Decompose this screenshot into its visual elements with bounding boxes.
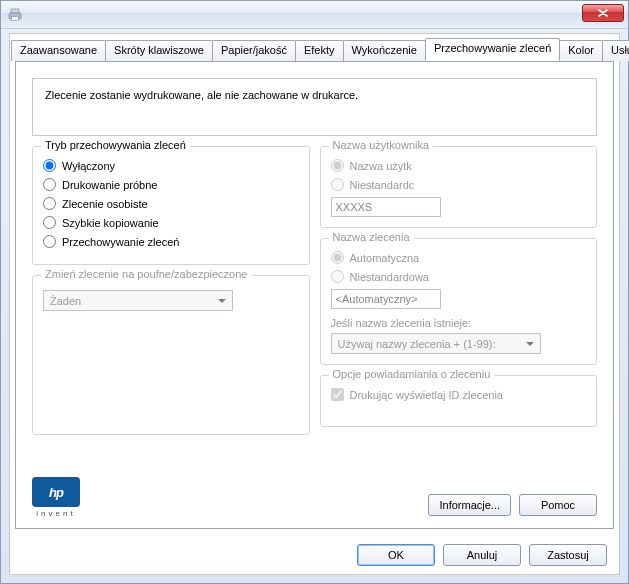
tab-shortcuts[interactable]: Skróty klawiszowe	[105, 40, 213, 61]
info-message: Zlecenie zostanie wydrukowane, ale nie z…	[32, 78, 597, 136]
group-title: Opcje powiadamiania o zleceniu	[329, 368, 495, 380]
apply-button[interactable]: Zastosuj	[529, 544, 607, 566]
radio-label: Przechowywanie zleceń	[62, 236, 179, 248]
tab-effects[interactable]: Efekty	[295, 40, 344, 61]
secure-select: Żaden	[43, 290, 233, 311]
radio-quick-copy[interactable]	[43, 216, 56, 229]
radio-username-auto	[331, 159, 344, 172]
group-notify: Opcje powiadamiania o zleceniu Drukując …	[320, 375, 598, 427]
tab-advanced[interactable]: Zaawansowane	[11, 40, 106, 61]
group-title: Zmień zlecenie na poufne/zabezpieczone	[41, 268, 251, 280]
tabstrip: Zaawansowane Skróty klawiszowe Papier/ja…	[11, 39, 619, 61]
hp-logo-badge: hp	[32, 477, 80, 507]
svg-rect-2	[12, 16, 19, 20]
tab-panel-job-storage: Zlecenie zostanie wydrukowane, ale nie z…	[15, 61, 614, 529]
group-jobname: Nazwa zlecenia Automatyczna Niestandardo…	[320, 238, 598, 365]
checkbox-show-id	[331, 388, 344, 401]
radio-label: Drukowanie próbne	[62, 179, 157, 191]
titlebar	[1, 1, 628, 29]
radio-jobname-auto	[331, 251, 344, 264]
group-secure: Zmień zlecenie na poufne/zabezpieczone Ż…	[32, 275, 310, 435]
hp-logo: hp invent	[32, 477, 80, 518]
svg-rect-0	[11, 9, 19, 13]
radio-personal[interactable]	[43, 197, 56, 210]
group-username: Nazwa użytkownika Nazwa użytk Niestandar…	[320, 146, 598, 228]
radio-off[interactable]	[43, 159, 56, 172]
radio-proof[interactable]	[43, 178, 56, 191]
left-column: Tryb przechowywania zleceń Wyłączony Dru…	[32, 146, 310, 445]
tab-services[interactable]: Usługi	[602, 40, 629, 61]
tab-paper-quality[interactable]: Papier/jakość	[212, 40, 296, 61]
print-properties-window: Zaawansowane Skróty klawiszowe Papier/ja…	[0, 0, 629, 584]
jobname-input	[331, 289, 441, 309]
group-storage-mode: Tryb przechowywania zleceń Wyłączony Dru…	[32, 146, 310, 265]
exists-label: Jeśli nazwa zlecenia istnieje:	[331, 317, 587, 329]
select-value: Używaj nazwy zlecenia + (1-99):	[338, 338, 496, 350]
close-button[interactable]	[582, 4, 624, 22]
jobname-exists-select: Używaj nazwy zlecenia + (1-99):	[331, 333, 541, 354]
radio-label: Zlecenie osobiste	[62, 198, 148, 210]
radio-store[interactable]	[43, 235, 56, 248]
group-title: Nazwa zlecenia	[329, 231, 414, 243]
radio-label: Nazwa użytk	[350, 160, 412, 172]
hp-logo-sub: invent	[36, 509, 75, 518]
radio-label: Niestandardc	[350, 179, 415, 191]
info-button[interactable]: Informacje...	[428, 494, 511, 516]
username-input	[331, 197, 441, 217]
dialog-body: Zaawansowane Skróty klawiszowe Papier/ja…	[9, 33, 620, 575]
radio-jobname-custom	[331, 270, 344, 283]
printer-icon	[7, 7, 23, 23]
radio-username-custom	[331, 178, 344, 191]
radio-label: Szybkie kopiowanie	[62, 217, 159, 229]
cancel-button[interactable]: Anuluj	[443, 544, 521, 566]
group-title: Nazwa użytkownika	[329, 139, 434, 151]
right-column: Nazwa użytkownika Nazwa użytk Niestandar…	[320, 146, 598, 445]
radio-label: Niestandardowa	[350, 271, 430, 283]
help-button[interactable]: Pomoc	[519, 494, 597, 516]
radio-label: Wyłączony	[62, 160, 115, 172]
tab-color[interactable]: Kolor	[559, 40, 603, 61]
ok-button[interactable]: OK	[357, 544, 435, 566]
group-title: Tryb przechowywania zleceń	[41, 139, 190, 151]
radio-label: Automatyczna	[350, 252, 420, 264]
select-value: Żaden	[50, 295, 81, 307]
tab-finishing[interactable]: Wykończenie	[343, 40, 426, 61]
checkbox-label: Drukując wyświetlaj ID zlecenia	[350, 389, 503, 401]
tab-job-storage[interactable]: Przechowywanie zleceń	[425, 38, 560, 61]
